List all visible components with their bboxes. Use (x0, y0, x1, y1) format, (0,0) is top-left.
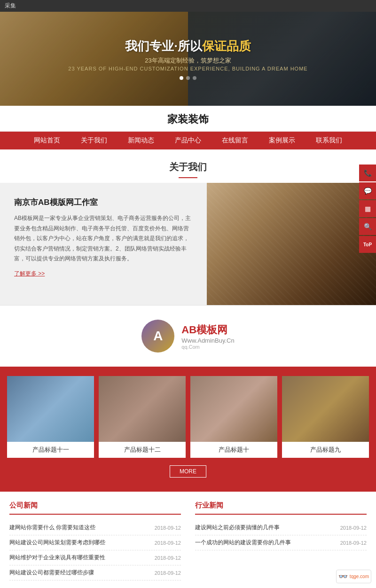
sidebar-chat-btn[interactable]: 💬 (359, 182, 376, 199)
industry-news-item-1[interactable]: 建设网站之前必须要搞懂的几件事 2018-09-12 (195, 520, 367, 535)
product-card-1[interactable]: 产品标题十一 (7, 376, 94, 458)
about-text: 南京市AB模版网工作室 AB模板网是一家专业从事企业营销策划、电子商务运营服务的… (0, 183, 207, 305)
company-news-title: 公司新闻 (9, 501, 181, 515)
top-bar-label: 采集 (5, 2, 16, 10)
industry-news-item-2[interactable]: 一个成功的网站的建设需要你的几件事 2018-09-12 (195, 535, 367, 550)
about-section-header: 关于我们 (0, 149, 376, 183)
sidebar-search-btn[interactable]: 🔍 (359, 218, 376, 235)
about-section: 南京市AB模版网工作室 AB模板网是一家专业从事企业营销策划、电子商务运营服务的… (0, 183, 376, 305)
brand-url: Www.AdminBuy.Cn (181, 337, 234, 344)
product-label-1: 产品标题十一 (7, 442, 94, 458)
nav-contact[interactable]: 联系我们 (306, 132, 352, 149)
sidebar: 📞 💬 ▦ 🔍 ToP (359, 165, 376, 253)
company-news-col: 公司新闻 建网站你需要什么 你需要知道这些 2018-09-12 网站建设公司网… (9, 501, 181, 580)
hero-dot-3[interactable] (193, 76, 196, 80)
products-section: 产品标题十一 产品标题十二 产品标题十 产品标题九 MORE (0, 367, 376, 492)
product-label-3: 产品标题十 (190, 442, 277, 458)
more-button-container: MORE (7, 465, 369, 478)
hero-banner: 我们专业·所以保证品质 23年高端定制经验，筑梦想之家 23 YEARS OF … (0, 12, 376, 106)
watermark: A AB模板网 Www.AdminBuy.Cn qq.Com (141, 320, 234, 353)
product-card-3[interactable]: 产品标题十 (190, 376, 277, 458)
sidebar-qr-btn[interactable]: ▦ (359, 200, 376, 217)
nav-products[interactable]: 产品中心 (164, 132, 212, 149)
product-image-4 (282, 376, 369, 442)
product-label-4: 产品标题九 (282, 442, 369, 458)
watermark-logo: A (141, 320, 174, 353)
industry-news-title: 行业新闻 (195, 501, 367, 515)
about-image (207, 183, 376, 305)
tqge-badge: 👓 tqge.com (336, 570, 371, 583)
company-news-item-3[interactable]: 网站维护对于企业来说具有哪些重要性 2018-09-12 (9, 550, 181, 565)
hero-dot-1[interactable] (180, 76, 183, 80)
news-section: 公司新闻 建网站你需要什么 你需要知道这些 2018-09-12 网站建设公司网… (0, 492, 376, 588)
hero-dots (68, 76, 307, 80)
brand-name: AB模板网 (181, 323, 234, 337)
company-news-item-2[interactable]: 网站建设公司网站策划需要考虑到哪些 2018-09-12 (9, 535, 181, 550)
hero-content: 我们专业·所以保证品质 23年高端定制经验，筑梦想之家 23 YEARS OF … (68, 38, 307, 80)
nav-home[interactable]: 网站首页 (24, 132, 70, 149)
hero-title: 我们专业·所以保证品质 (68, 38, 307, 55)
company-news-item-4[interactable]: 网站建设公司都需要经过哪些步骤 2018-09-12 (9, 565, 181, 580)
watermark-text: AB模板网 Www.AdminBuy.Cn qq.Com (181, 323, 234, 350)
product-card-2[interactable]: 产品标题十二 (99, 376, 186, 458)
nav-message[interactable]: 在线留言 (212, 132, 258, 149)
nav-about[interactable]: 关于我们 (70, 132, 118, 149)
read-more-link[interactable]: 了解更多 >> (14, 270, 193, 278)
main-nav: 网站首页 关于我们 新闻动态 产品中心 在线留言 案例展示 联系我们 (0, 132, 376, 149)
site-title: 家装装饰 (0, 106, 376, 132)
hero-subtitle-en: 23 YEARS OF HIGH-END CUSTOMIZATION EXPER… (68, 66, 307, 71)
tqge-url: tqge.com (350, 574, 369, 579)
sidebar-phone-btn[interactable]: 📞 (359, 165, 376, 181)
top-bar: 采集 (0, 0, 376, 12)
product-image-2 (99, 376, 186, 442)
hero-subtitle: 23年高端定制经验，筑梦想之家 (68, 56, 307, 65)
products-grid: 产品标题十一 产品标题十二 产品标题十 产品标题九 (7, 376, 369, 458)
product-image-3 (190, 376, 277, 442)
about-description: AB模板网是一家专业从事企业营销策划、电子商务运营服务的公司，主要业务包含精品网… (14, 213, 193, 264)
watermark-section: A AB模板网 Www.AdminBuy.Cn qq.Com (0, 305, 376, 367)
industry-news-col: 行业新闻 建设网站之前必须要搞懂的几件事 2018-09-12 一个成功的网站的… (195, 501, 367, 580)
nav-cases[interactable]: 案例展示 (258, 132, 306, 149)
company-name: 南京市AB模版网工作室 (14, 197, 193, 208)
product-image-1 (7, 376, 94, 442)
company-news-item-1[interactable]: 建网站你需要什么 你需要知道这些 2018-09-12 (9, 520, 181, 535)
hero-dot-2[interactable] (186, 76, 190, 80)
sidebar-top-btn[interactable]: ToP (359, 236, 376, 253)
brand-desc: qq.Com (181, 344, 234, 350)
product-label-2: 产品标题十二 (99, 442, 186, 458)
more-button[interactable]: MORE (170, 465, 206, 478)
product-card-4[interactable]: 产品标题九 (282, 376, 369, 458)
nav-news[interactable]: 新闻动态 (118, 132, 164, 149)
